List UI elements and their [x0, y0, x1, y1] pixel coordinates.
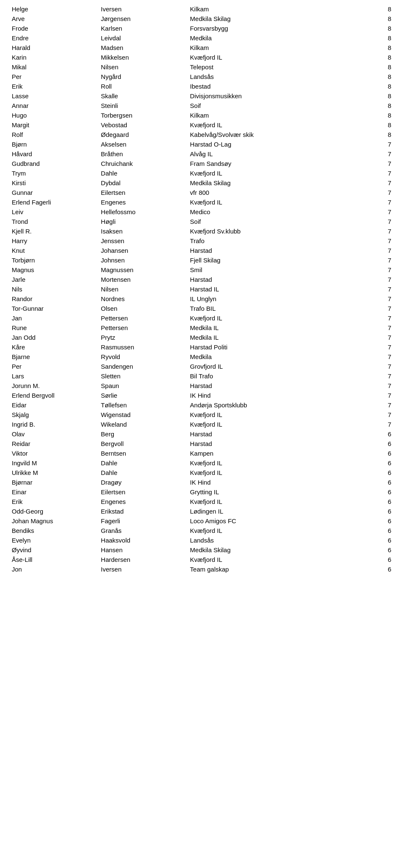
- table-row: Rune Pettersen Medkila IL 7: [8, 323, 395, 333]
- last-name-cell: Sørlie: [97, 391, 186, 400]
- first-name-cell: Jon: [8, 564, 97, 574]
- score-cell: 6: [365, 564, 395, 574]
- club-cell: Fram Sandsøy: [187, 159, 365, 168]
- score-cell: 7: [365, 371, 395, 381]
- table-row: Ingrid B. Wikeland Kvæfjord IL 7: [8, 420, 395, 429]
- last-name-cell: Nilsen: [97, 62, 186, 72]
- score-cell: 8: [365, 4, 395, 14]
- last-name-cell: Skalle: [97, 91, 186, 101]
- table-row: Kjell R. Isaksen Kvæfjord Sv.klubb 7: [8, 226, 395, 236]
- table-row: Jon Iversen Team galskap 6: [8, 564, 395, 574]
- table-row: Karin Mikkelsen Kvæfjord IL 8: [8, 52, 395, 62]
- first-name-cell: Odd-Georg: [8, 506, 97, 516]
- table-row: Per Nygård Landsås 8: [8, 72, 395, 81]
- last-name-cell: Magnussen: [97, 265, 186, 275]
- first-name-cell: Arve: [8, 14, 97, 24]
- table-row: Øyvind Hansen Medkila Skilag 6: [8, 545, 395, 555]
- last-name-cell: Ryvold: [97, 352, 186, 362]
- table-row: Erlend Bergvoll Sørlie IK Hind 7: [8, 391, 395, 400]
- table-row: Skjalg Wigenstad Kvæfjord IL 7: [8, 410, 395, 420]
- first-name-cell: Olav: [8, 429, 97, 439]
- first-name-cell: Evelyn: [8, 535, 97, 545]
- club-cell: Kvæfjord IL: [187, 555, 365, 564]
- score-cell: 6: [365, 516, 395, 526]
- score-cell: 7: [365, 420, 395, 429]
- table-row: Kåre Rasmussen Harstad Politi 7: [8, 342, 395, 352]
- first-name-cell: Trond: [8, 217, 97, 226]
- club-cell: Kvæfjord IL: [187, 468, 365, 477]
- table-row: Einar Eilertsen Grytting IL 6: [8, 487, 395, 497]
- club-cell: Andørja Sportsklubb: [187, 400, 365, 410]
- score-cell: 7: [365, 178, 395, 188]
- club-cell: Soif: [187, 217, 365, 226]
- first-name-cell: Johan Magnus: [8, 516, 97, 526]
- club-cell: Medkila: [187, 352, 365, 362]
- table-row: Evelyn Haaksvold Landsås 6: [8, 535, 395, 545]
- club-cell: Kilkam: [187, 4, 365, 14]
- table-row: Nils Nilsen Harstad IL 7: [8, 284, 395, 294]
- table-row: Endre Leivdal Medkila 8: [8, 33, 395, 43]
- score-cell: 8: [365, 62, 395, 72]
- last-name-cell: Olsen: [97, 304, 186, 313]
- first-name-cell: Margit: [8, 120, 97, 130]
- table-row: Bjørnar Dragøy IK Hind 6: [8, 477, 395, 487]
- last-name-cell: Pettersen: [97, 313, 186, 323]
- score-cell: 6: [365, 458, 395, 468]
- club-cell: Harstad: [187, 275, 365, 284]
- club-cell: Kvæfjord IL: [187, 526, 365, 535]
- last-name-cell: Roll: [97, 81, 186, 91]
- table-row: Eidar Tøllefsen Andørja Sportsklubb 7: [8, 400, 395, 410]
- first-name-cell: Øyvind: [8, 545, 97, 555]
- last-name-cell: Dahle: [97, 468, 186, 477]
- table-row: Leiv Hellefossmo Medico 7: [8, 207, 395, 217]
- last-name-cell: Rasmussen: [97, 342, 186, 352]
- first-name-cell: Harry: [8, 236, 97, 246]
- club-cell: Landsås: [187, 72, 365, 81]
- first-name-cell: Lasse: [8, 91, 97, 101]
- table-row: Odd-Georg Erikstad Lødingen IL 6: [8, 506, 395, 516]
- club-cell: Team galskap: [187, 564, 365, 574]
- score-cell: 8: [365, 43, 395, 52]
- score-cell: 7: [365, 362, 395, 371]
- club-cell: Kvæfjord IL: [187, 168, 365, 178]
- table-row: Helge Iversen Kilkam 8: [8, 4, 395, 14]
- score-cell: 7: [365, 226, 395, 236]
- first-name-cell: Jorunn M.: [8, 381, 97, 391]
- club-cell: Medkila: [187, 33, 365, 43]
- score-cell: 6: [365, 497, 395, 506]
- table-row: Viktor Berntsen Kampen 6: [8, 448, 395, 458]
- score-cell: 7: [365, 400, 395, 410]
- table-row: Arve Jørgensen Medkila Skilag 8: [8, 14, 395, 24]
- table-row: Rolf Ødegaard Kabelvåg/Svolvær skik 8: [8, 130, 395, 139]
- first-name-cell: Torbjørn: [8, 255, 97, 265]
- score-cell: 7: [365, 342, 395, 352]
- club-cell: Landsås: [187, 535, 365, 545]
- club-cell: Harstad: [187, 439, 365, 448]
- last-name-cell: Dragøy: [97, 477, 186, 487]
- score-cell: 6: [365, 448, 395, 458]
- last-name-cell: Johnsen: [97, 255, 186, 265]
- club-cell: Medkila Skilag: [187, 545, 365, 555]
- table-row: Gudbrand Chruichank Fram Sandsøy 7: [8, 159, 395, 168]
- last-name-cell: Jørgensen: [97, 14, 186, 24]
- score-cell: 7: [365, 265, 395, 275]
- last-name-cell: Nygård: [97, 72, 186, 81]
- last-name-cell: Hardersen: [97, 555, 186, 564]
- club-cell: Bil Trafo: [187, 371, 365, 381]
- last-name-cell: Ødegaard: [97, 130, 186, 139]
- club-cell: Kvæfjord IL: [187, 410, 365, 420]
- club-cell: Kvæfjord IL: [187, 120, 365, 130]
- table-row: Kirsti Dybdal Medkila Skilag 7: [8, 178, 395, 188]
- score-cell: 7: [365, 255, 395, 265]
- table-row: Knut Johansen Harstad 7: [8, 246, 395, 255]
- score-cell: 7: [365, 188, 395, 197]
- table-row: Erik Roll Ibestad 8: [8, 81, 395, 91]
- last-name-cell: Tøllefsen: [97, 400, 186, 410]
- first-name-cell: Kåre: [8, 342, 97, 352]
- first-name-cell: Ulrikke M: [8, 468, 97, 477]
- score-cell: 7: [365, 313, 395, 323]
- table-row: Jorunn M. Spaun Harstad 7: [8, 381, 395, 391]
- club-cell: Harstad: [187, 429, 365, 439]
- first-name-cell: Knut: [8, 246, 97, 255]
- table-row: Annar Steinli Soif 8: [8, 101, 395, 110]
